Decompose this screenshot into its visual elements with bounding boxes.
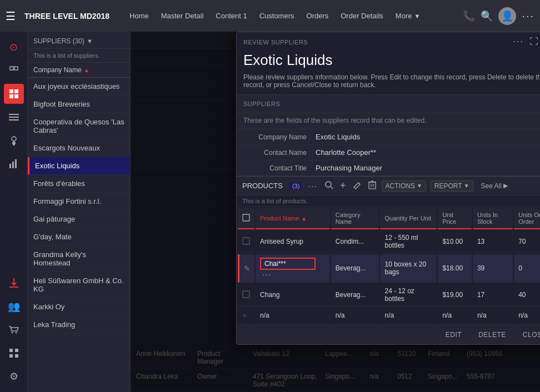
supplier-item[interactable]: Leka Trading <box>28 316 130 334</box>
sidebar-icon-users[interactable]: 👥 <box>4 296 24 316</box>
supplier-item[interactable]: Grandma Kelly's Homestead <box>28 246 130 272</box>
field-value-contact: Charlotte Cooper** <box>316 148 376 157</box>
sidebar-icon-cart[interactable] <box>4 320 24 340</box>
svg-rect-16 <box>9 349 13 352</box>
row-edit-icon: ✎ <box>244 264 250 273</box>
sidebar-icon-grid[interactable] <box>4 84 24 104</box>
hamburger-icon[interactable]: ☰ <box>6 9 16 23</box>
svg-rect-30 <box>243 291 249 298</box>
sidebar-icon-download[interactable] <box>4 273 24 293</box>
products-edit-icon[interactable] <box>353 180 362 192</box>
main-layout: ⊙ 👥 ⚙ SUPPLIERS (30) ▼ <box>0 32 540 392</box>
products-section: PRODUCTS (3) ··· + <box>237 176 540 344</box>
row-context-dots[interactable]: ··· <box>262 270 272 279</box>
sidebar-icon-home[interactable]: ⊙ <box>4 37 24 57</box>
products-dots-icon[interactable]: ··· <box>308 182 318 190</box>
modal-title: Exotic Liquids <box>237 49 540 73</box>
report-button[interactable]: REPORT ▼ <box>431 180 473 192</box>
supplier-description: This is a list of suppliers. <box>28 49 130 63</box>
nav-more[interactable]: More ▼ <box>390 9 426 22</box>
suppliers-section-desc: These are the fields of the suppliers re… <box>237 113 540 129</box>
nav-order-details[interactable]: Order Details <box>335 9 389 22</box>
nav-master-detail[interactable]: Master Detail <box>156 9 209 22</box>
svg-rect-7 <box>9 117 19 118</box>
edit-button[interactable]: EDIT <box>440 329 467 341</box>
svg-rect-5 <box>14 94 18 98</box>
top-nav: ☰ THREE LEVEL MD2018 Home Master Detail … <box>0 0 540 32</box>
see-all-arrow-icon: ▶ <box>503 182 508 189</box>
svg-rect-11 <box>12 162 14 168</box>
supplier-col-header[interactable]: Company Name ▲ <box>28 63 130 78</box>
svg-rect-23 <box>369 182 376 189</box>
products-delete-icon[interactable] <box>368 180 376 192</box>
supplier-item[interactable]: Cooperativa de Quesos 'Las Cabras' <box>28 113 130 139</box>
modal-subtitle: REVIEW SUPPLIERS <box>243 39 308 46</box>
sidebar-icon-location[interactable] <box>4 130 24 150</box>
main-content: Code Country Phone France(1) 03.83.00.68… <box>131 32 540 392</box>
svg-point-20 <box>326 182 331 187</box>
supplier-count: SUPPLIERS (30) <box>33 37 84 45</box>
phone-icon[interactable]: 📞 <box>463 10 475 22</box>
icon-sidebar: ⊙ 👥 ⚙ <box>0 32 28 392</box>
product-name-editing[interactable]: Chai*** <box>260 258 316 270</box>
svg-rect-4 <box>9 94 13 98</box>
delete-button[interactable]: DELETE <box>473 329 512 341</box>
supplier-item[interactable]: Aux joyeux ecclésiastiques <box>28 78 130 96</box>
sidebar-icon-settings[interactable]: ⚙ <box>4 366 24 386</box>
supplier-list: Aux joyeux ecclésiastiques Bigfoot Brewe… <box>28 78 130 392</box>
sidebar-icon-chart[interactable] <box>4 154 24 174</box>
product-add-row[interactable]: + n/a n/a n/a n/a n/a n/a <box>238 308 540 324</box>
supplier-item[interactable]: Formaggi Fortini s.r.l. <box>28 193 130 210</box>
actions-dropdown-icon: ▼ <box>417 183 422 189</box>
avatar[interactable]: 👤 <box>498 7 516 25</box>
svg-rect-10 <box>9 164 11 168</box>
more-dots-icon[interactable]: ··· <box>522 9 534 22</box>
supplier-item[interactable]: Gai pâturage <box>28 210 130 228</box>
svg-rect-12 <box>15 159 17 168</box>
svg-rect-17 <box>15 349 18 352</box>
add-row-icon: + <box>242 311 247 320</box>
nav-customers[interactable]: Customers <box>254 9 300 22</box>
field-value-company: Exotic Liquids <box>316 133 360 141</box>
nav-icons: 📞 🔍 👤 ··· <box>463 7 534 25</box>
product-row[interactable]: Chang Beverag... 24 - 12 oz bottles $19.… <box>238 284 540 306</box>
col-category: Category Name <box>331 208 379 229</box>
supplier-dropdown-icon[interactable]: ▼ <box>87 38 93 44</box>
modal-dots-icon[interactable]: ··· <box>513 37 524 47</box>
modal-expand-icon[interactable]: ⛶ <box>529 37 538 47</box>
col-sort-arrow: ▲ <box>84 67 89 73</box>
products-description: This is a list of products. <box>237 195 540 207</box>
products-count: (3) <box>289 182 302 190</box>
supplier-item[interactable]: Forêts d'érables <box>28 175 130 193</box>
modal-overlay: REVIEW SUPPLIERS ··· ⛶ ✕ Exotic Liquids … <box>131 32 540 392</box>
field-value-title: Purchasing Manager <box>316 164 382 172</box>
sidebar-icon-apps[interactable] <box>4 343 24 363</box>
product-row[interactable]: Aniseed Syrup Condim... 12 - 550 ml bott… <box>238 230 540 253</box>
see-all-button[interactable]: See All ▶ <box>478 181 511 191</box>
supplier-item[interactable]: Bigfoot Breweries <box>28 96 130 113</box>
products-search-icon[interactable] <box>324 180 333 192</box>
nav-home[interactable]: Home <box>124 9 154 22</box>
actions-button[interactable]: ACTIONS ▼ <box>382 180 426 192</box>
svg-rect-1 <box>14 67 18 70</box>
sidebar-icon-square[interactable] <box>4 61 24 81</box>
search-icon[interactable]: 🔍 <box>481 10 493 22</box>
close-button[interactable]: CLOSE <box>517 329 540 341</box>
supplier-item[interactable]: Heli Süßwaren GmbH & Co. KG <box>28 272 130 298</box>
svg-rect-13 <box>9 287 18 288</box>
product-row-selected[interactable]: ✎ Chai*** ··· Beverag... 10 boxes x 20 b… <box>238 254 540 283</box>
svg-rect-3 <box>14 89 18 93</box>
supplier-item[interactable]: Escargots Nouveaux <box>28 139 130 157</box>
svg-rect-28 <box>243 214 249 221</box>
col-stock: Units In Stock <box>473 208 513 229</box>
svg-point-14 <box>11 332 13 334</box>
supplier-item-active[interactable]: Exotic Liquids <box>28 157 130 175</box>
supplier-item[interactable]: G'day, Mate <box>28 228 130 246</box>
sidebar-icon-list[interactable] <box>4 107 24 127</box>
svg-rect-6 <box>9 114 19 115</box>
supplier-item[interactable]: Karkki Oy <box>28 298 130 316</box>
products-add-icon[interactable]: + <box>340 180 346 192</box>
nav-orders[interactable]: Orders <box>301 9 334 22</box>
nav-content1[interactable]: Content 1 <box>210 9 252 22</box>
svg-rect-2 <box>9 89 13 93</box>
